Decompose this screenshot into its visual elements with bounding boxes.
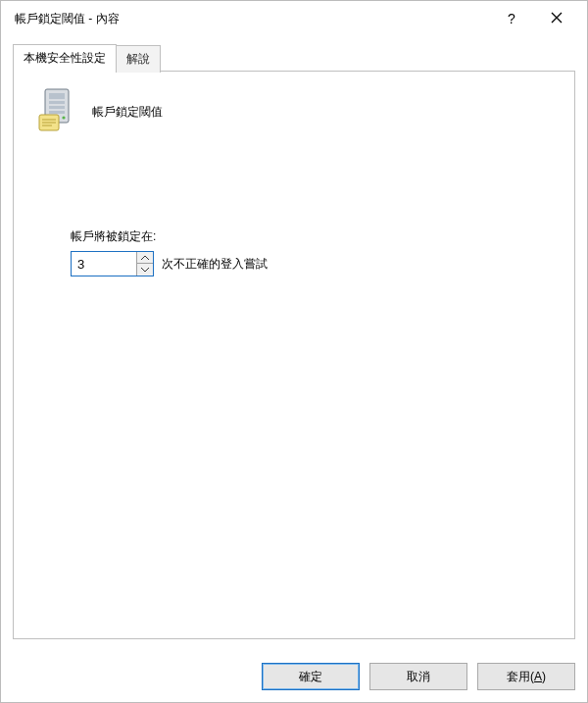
lockout-threshold-spinbox [71,251,154,276]
properties-dialog: 帳戶鎖定閾值 - 內容 ? 本機安全性設定 解說 [0,0,588,703]
apply-button-label: 套用(A) [507,670,546,683]
button-bar: 確定 取消 套用(A) [1,651,587,702]
ok-button[interactable]: 確定 [262,663,360,690]
client-area: 本機安全性設定 解說 [1,36,587,651]
svg-rect-4 [49,111,65,114]
lockout-threshold-input[interactable] [72,252,136,276]
tab-label: 本機安全性設定 [24,51,106,65]
tabstrip: 本機安全性設定 解說 [13,44,575,72]
tabpage-local-security-setting: 帳戶鎖定閾值 帳戶將被鎖定在: [13,71,575,639]
cancel-button[interactable]: 取消 [369,663,467,690]
policy-server-icon [35,87,78,134]
window-title: 帳戶鎖定閾值 - 內容 [15,11,489,27]
spinner-buttons [136,252,153,276]
svg-rect-3 [49,106,65,109]
close-icon [551,11,563,26]
setting-block: 帳戶將被鎖定在: [71,228,553,276]
svg-rect-2 [49,101,65,104]
spin-down-button[interactable] [137,264,153,276]
spin-row: 次不正確的登入嘗試 [71,251,553,276]
svg-point-5 [62,116,65,119]
apply-button[interactable]: 套用(A) [477,663,575,690]
tab-explain[interactable]: 解說 [116,45,161,73]
svg-rect-1 [49,93,65,99]
policy-name: 帳戶鎖定閾值 [92,102,163,121]
tab-local-security-setting[interactable]: 本機安全性設定 [13,44,117,72]
tab-label: 解說 [126,52,150,66]
close-button[interactable] [534,1,579,36]
cancel-button-label: 取消 [407,670,430,683]
spin-up-button[interactable] [137,252,153,264]
help-button[interactable]: ? [489,1,534,36]
chevron-up-icon [141,255,149,261]
ok-button-label: 確定 [299,670,322,683]
chevron-down-icon [141,267,149,273]
policy-header: 帳戶鎖定閾值 [35,87,553,134]
titlebar: 帳戶鎖定閾值 - 內容 ? [1,1,587,36]
lockout-suffix-label: 次不正確的登入嘗試 [162,256,268,273]
lockout-after-label: 帳戶將被鎖定在: [71,228,553,245]
